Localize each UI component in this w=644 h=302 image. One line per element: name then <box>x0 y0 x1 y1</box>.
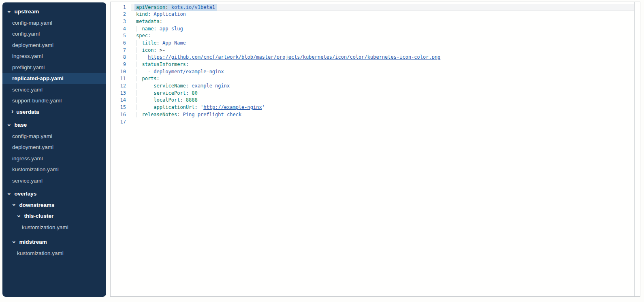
code-editor[interactable]: 1234567891011121314151617 apiVersion: ko… <box>110 2 640 297</box>
chevron-right-icon[interactable]: › <box>11 109 13 114</box>
code-line-7[interactable]: icon: >- <box>131 47 634 54</box>
tree-file-support-bundle.yaml[interactable]: support-bundle.yaml <box>2 95 106 106</box>
code-line-6[interactable]: title: App Name <box>131 40 634 47</box>
code-line-5[interactable]: spec: <box>131 32 634 40</box>
indent-guide <box>136 83 148 89</box>
tree-folder-base[interactable]: ⌄base <box>2 119 106 131</box>
tree-file-deployment.yaml[interactable]: deployment.yaml <box>2 40 106 51</box>
code-line-2[interactable]: kind: Application <box>131 11 634 18</box>
code-token: servicePort <box>154 90 186 96</box>
tree-file-deployment.yaml[interactable]: deployment.yaml <box>2 142 106 153</box>
tree-item-label: base <box>15 122 27 128</box>
indent-guide <box>136 112 142 117</box>
tree-file-config.yaml[interactable]: config.yaml <box>2 28 106 40</box>
tree-item-label: upstream <box>15 9 39 15</box>
tree-item-label: overlays <box>15 191 37 197</box>
tree-folder-overlays[interactable]: ⌄overlays <box>2 188 106 200</box>
line-number: 7 <box>111 47 131 54</box>
code-token: ports <box>142 76 156 81</box>
line-number: 3 <box>111 18 131 26</box>
file-tree-sidebar: ⌄upstreamconfig-map.yamlconfig.yamldeplo… <box>2 2 106 297</box>
indent-guide <box>136 26 142 32</box>
chevron-down-icon[interactable]: ⌄ <box>11 239 17 243</box>
tree-item-label: service.yaml <box>12 87 43 93</box>
tree-file-ingress.yaml[interactable]: ingress.yaml <box>2 153 106 164</box>
tree-folder-this-cluster[interactable]: ⌄this-cluster <box>2 211 106 222</box>
tree-file-config-map.yaml[interactable]: config-map.yaml <box>2 131 106 142</box>
code-area[interactable]: apiVersion: kots.io/v1beta1kind: Applica… <box>131 2 634 296</box>
tree-folder-midstream[interactable]: ⌄midstream <box>2 236 106 248</box>
code-token: releaseNotes <box>142 112 177 117</box>
code-line-17[interactable] <box>131 119 634 126</box>
tree-file-kustomization.yaml[interactable]: kustomization.yaml <box>2 248 106 259</box>
tree-item-label: preflight.yaml <box>12 64 45 70</box>
code-line-10[interactable]: - deployment/example-nginx <box>131 68 634 76</box>
code-line-3[interactable]: metadata: <box>131 18 634 26</box>
line-number: 15 <box>111 104 131 111</box>
tree-file-ingress.yaml[interactable]: ingress.yaml <box>2 51 106 62</box>
tree-folder-upstream[interactable]: ⌄upstream <box>2 6 106 17</box>
editor-gutter: 1234567891011121314151617 <box>111 2 131 296</box>
code-token: localPort <box>154 97 180 103</box>
tree-file-kustomization.yaml[interactable]: kustomization.yaml <box>2 164 106 175</box>
indent-guide <box>136 97 154 103</box>
code-token: : <box>148 11 154 17</box>
tree-item-label: kustomization.yaml <box>22 224 68 230</box>
line-number: 16 <box>111 111 131 119</box>
code-token: App Name <box>162 40 186 46</box>
line-number: 1 <box>111 4 131 11</box>
code-line-4[interactable]: name: app-slug <box>131 26 634 33</box>
code-token: : <box>186 62 189 67</box>
code-token: example-nginx <box>192 83 230 89</box>
tree-item-label: config-map.yaml <box>12 20 52 26</box>
url-link[interactable]: https://github.com/cncf/artwork/blob/mas… <box>148 54 440 60</box>
code-line-11[interactable]: ports: <box>131 75 634 83</box>
indent-guide <box>136 90 154 96</box>
code-line-14[interactable]: localPort: 8888 <box>131 97 634 104</box>
code-line-9[interactable]: statusInformers: <box>131 61 634 68</box>
indent-guide <box>136 62 142 67</box>
code-line-8[interactable]: https://github.com/cncf/artwork/blob/mas… <box>131 54 634 61</box>
tree-item-label: kustomization.yaml <box>17 250 64 256</box>
tree-item-label: midstream <box>19 239 47 245</box>
code-token: kots.io/v1beta1 <box>171 4 215 10</box>
code-token: serviceName <box>154 83 186 89</box>
file-tree: ⌄upstreamconfig-map.yamlconfig.yamldeplo… <box>2 6 106 259</box>
chevron-down-icon[interactable]: ⌄ <box>11 202 17 206</box>
code-token: 8888 <box>186 97 198 103</box>
tree-file-service.yaml[interactable]: service.yaml <box>2 175 106 187</box>
chevron-down-icon[interactable]: ⌄ <box>6 191 12 195</box>
scrollbar-track[interactable] <box>634 2 640 296</box>
chevron-down-icon[interactable]: ⌄ <box>6 9 12 13</box>
code-token: : <box>177 112 183 117</box>
tree-folder-userdata[interactable]: ›userdata <box>2 106 106 118</box>
code-token: : <box>186 83 192 89</box>
tree-file-service.yaml[interactable]: service.yaml <box>2 84 106 96</box>
code-token: applicationUrl <box>154 104 194 110</box>
tree-file-preflight.yaml[interactable]: preflight.yaml <box>2 62 106 73</box>
code-token: >- <box>160 47 165 53</box>
code-token: metadata <box>136 19 160 24</box>
tree-file-config-map.yaml[interactable]: config-map.yaml <box>2 17 106 29</box>
tree-file-kustomization.yaml[interactable]: kustomization.yaml <box>2 222 106 233</box>
chevron-down-icon[interactable]: ⌄ <box>16 213 21 217</box>
code-token: Ping preflight check <box>183 112 242 117</box>
code-token: kind <box>136 11 148 17</box>
code-line-15[interactable]: applicationUrl: 'http://example-nginx' <box>131 104 634 111</box>
tree-folder-downstreams[interactable]: ⌄downstreams <box>2 200 106 211</box>
line-number: 13 <box>111 90 131 97</box>
indent-guide <box>136 76 142 81</box>
code-line-13[interactable]: servicePort: 80 <box>131 90 634 97</box>
code-line-1[interactable]: apiVersion: kots.io/v1beta1 <box>131 4 634 11</box>
code-line-12[interactable]: - serviceName: example-nginx <box>131 83 634 90</box>
code-line-16[interactable]: releaseNotes: Ping preflight check <box>131 111 634 119</box>
indent-guide <box>136 104 154 110</box>
code-token: : <box>160 19 162 24</box>
url-link[interactable]: http://example-nginx <box>203 104 262 110</box>
chevron-down-icon[interactable]: ⌄ <box>6 122 12 126</box>
tree-item-label: userdata <box>16 109 39 115</box>
code-token: app-slug <box>160 26 183 32</box>
code-token: : <box>157 40 162 46</box>
line-number: 4 <box>111 26 131 33</box>
tree-file-replicated-app.yaml[interactable]: replicated-app.yaml <box>2 73 106 84</box>
